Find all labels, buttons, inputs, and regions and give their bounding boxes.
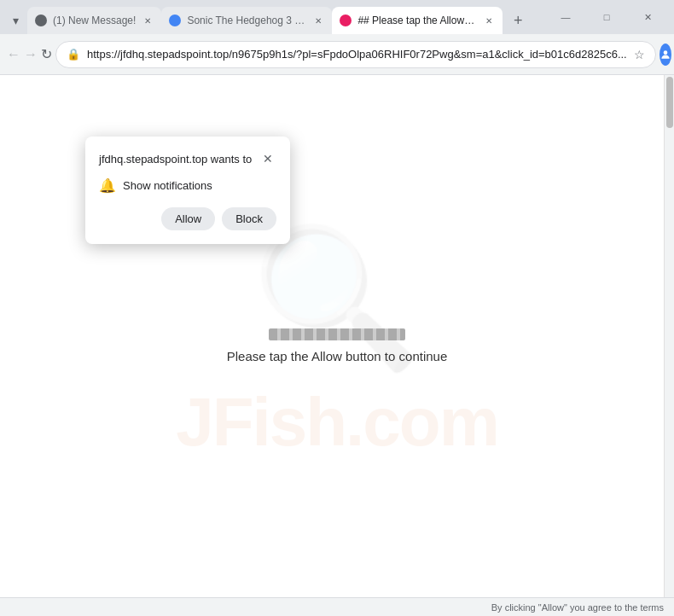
svg-point-0 [663,50,667,55]
block-button[interactable]: Block [222,207,276,230]
forward-button[interactable]: → [24,41,38,68]
tab-2[interactable]: Sonic The Hedgehog 3 (2024)r... ✕ [161,7,332,34]
tab-3-favicon [339,14,352,27]
bell-icon: 🔔 [99,177,116,194]
loading-bar [269,328,405,340]
tab-2-label: Sonic The Hedgehog 3 (2024)r... [187,15,306,26]
tab-3-label: ## Please tap the Allow button... [357,15,477,26]
maximize-button[interactable]: □ [587,3,626,31]
popup-header: jfdhq.stepadspoint.top wants to ✕ [99,150,276,167]
back-button[interactable]: ← [7,41,20,68]
tab-1-favicon [34,14,48,27]
page-content: 🔍 JFish.com Please tap the Allow button … [0,75,674,616]
popup-domain-title: jfdhq.stepadspoint.top wants to [99,153,252,166]
bookmark-star-icon[interactable]: ☆ [634,48,645,61]
page-scrollbar[interactable] [664,75,674,597]
tab-3[interactable]: ## Please tap the Allow button... ✕ [332,7,503,34]
scrollbar-thumb[interactable] [666,77,673,128]
lock-icon: 🔒 [67,48,80,61]
page-center-content: Please tap the Allow button to continue [227,328,448,363]
tab-2-favicon [168,14,182,27]
url-text: https://jfdhq.stepadspoint.top/n9675p9h1… [87,48,627,61]
tab-bar: ▾ (1) New Message! ✕ Sonic The Hedgehog … [0,0,674,34]
new-tab-button[interactable]: + [506,9,530,32]
watermark-text: JFish.com [176,383,498,462]
browser-window: ▾ (1) New Message! ✕ Sonic The Hedgehog … [0,0,674,616]
tab-3-close[interactable]: ✕ [482,14,496,27]
popup-buttons: Allow Block [99,207,276,230]
tab-2-close[interactable]: ✕ [311,14,325,27]
popup-permission-row: 🔔 Show notifications [99,177,276,194]
refresh-button[interactable]: ↻ [41,41,52,68]
tab-1-close[interactable]: ✕ [141,14,154,27]
bottom-bar: By clicking "Allow" you agree to the ter… [0,597,674,616]
profile-button[interactable] [659,44,671,66]
notification-popup: jfdhq.stepadspoint.top wants to ✕ 🔔 Show… [85,137,290,244]
address-bar: ← → ↻ 🔒 https://jfdhq.stepadspoint.top/n… [0,34,674,75]
tab-1-label: (1) New Message! [53,15,136,26]
url-bar[interactable]: 🔒 https://jfdhq.stepadspoint.top/n9675p9… [55,41,656,68]
bottom-bar-text: By clicking "Allow" you agree to the ter… [491,602,664,613]
chevron-down-icon: ▾ [13,14,19,27]
tab-dropdown-btn[interactable]: ▾ [7,12,24,29]
window-controls: — □ ✕ [546,3,674,34]
popup-close-button[interactable]: ✕ [259,150,276,167]
allow-button[interactable]: Allow [161,207,215,230]
popup-permission-label: Show notifications [123,179,212,192]
tab-1[interactable]: (1) New Message! ✕ [27,7,161,34]
tab-bar-left: ▾ (1) New Message! ✕ Sonic The Hedgehog … [0,7,530,34]
page-instruction-text: Please tap the Allow button to continue [227,349,448,363]
close-button[interactable]: ✕ [628,3,667,31]
minimize-button[interactable]: — [546,3,585,31]
